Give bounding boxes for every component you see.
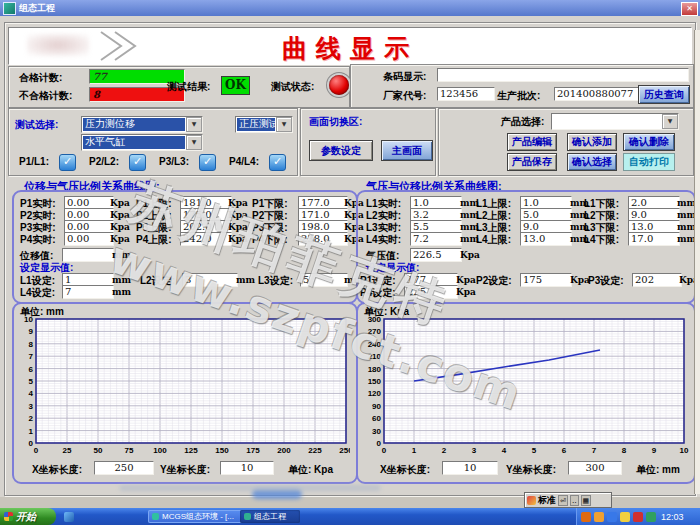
toolbar-button[interactable]: ⏎ (558, 495, 568, 506)
unit-label: Kpa (228, 198, 248, 208)
counters-group: 合格计数: 77 不合格计数: 8 测试结果: OK 测试状态: (8, 66, 350, 108)
product-save-button[interactable]: 产品保存 (507, 153, 557, 171)
auto-print-button[interactable]: 自动打印 (623, 153, 675, 171)
main-screen-button[interactable]: 主画面 (381, 140, 433, 161)
taskbar-task-mcgs[interactable]: MCGS组态环境 - [... (148, 510, 244, 523)
confirm-select-button[interactable]: 确认选择 (567, 153, 617, 171)
product-dropdown[interactable]: ▼ (551, 113, 679, 130)
value-field[interactable]: 0.00 (64, 232, 114, 246)
svg-text:4: 4 (29, 389, 34, 398)
set-field[interactable]: 202 (632, 273, 682, 287)
displacement-field[interactable] (62, 248, 114, 262)
chevron-down-icon[interactable]: ▼ (276, 117, 292, 132)
barcode-label: 条码显示: (383, 70, 426, 84)
chevron-down-icon[interactable]: ▼ (186, 135, 202, 150)
svg-text:150: 150 (215, 446, 229, 455)
unit-label: mm (112, 287, 131, 297)
vendor-code-field[interactable]: 123456 (437, 87, 495, 101)
cylinder-dropdown[interactable]: 水平气缸 ▼ (81, 134, 203, 151)
value-field[interactable]: 17.0 (628, 232, 680, 246)
value-field[interactable]: 13.0 (520, 232, 572, 246)
quick-launch-icon[interactable] (64, 512, 74, 522)
displacement-pressure-chart: 0255075100125150175200225250012345678910 (16, 317, 350, 463)
pressure-value-field[interactable]: 226.5 (410, 248, 462, 262)
svg-text:120: 120 (368, 389, 382, 398)
chevron-down-icon[interactable]: ▼ (662, 114, 678, 129)
checkbox-p2l2[interactable]: ✓ (129, 154, 146, 171)
svg-text:7: 7 (29, 352, 34, 361)
desktop-artifact (120, 485, 380, 491)
ylen-field[interactable]: 300 (568, 461, 622, 475)
confirm-delete-button[interactable]: 确认删除 (623, 133, 675, 151)
pressure-mode-value: 正压测试 (237, 118, 275, 131)
set-field[interactable]: 175 (520, 273, 572, 287)
xlen-label: X坐标长度: (32, 463, 82, 477)
svg-text:200: 200 (277, 446, 291, 455)
mcgs-icon (152, 513, 159, 520)
check-label-p4l4: P4/L4: (229, 156, 259, 167)
tray-icon-3[interactable] (607, 512, 617, 522)
value-field[interactable]: 238.0 (298, 232, 348, 246)
value-field[interactable]: 7.2 (410, 232, 462, 246)
unit-label: Kpa (110, 222, 130, 232)
param-setting-button[interactable]: 参数设定 (309, 140, 373, 161)
product-edit-button[interactable]: 产品编辑 (507, 133, 557, 151)
toolbar-button[interactable]: ▦ (581, 495, 592, 506)
right-chart-panel: 单位: Kpa 01234567891003060901201501802102… (356, 302, 696, 484)
set-field[interactable]: 225 (404, 285, 458, 299)
field-label: P4下限: (252, 233, 288, 247)
checkbox-p1l1[interactable]: ✓ (59, 154, 76, 171)
tray-icon-4[interactable] (620, 512, 630, 522)
tray-icon-1[interactable] (581, 512, 591, 522)
check-label-p1l1: P1/L1: (19, 156, 49, 167)
close-icon: ✕ (686, 4, 693, 13)
toolbar-button[interactable]: ‥ (570, 495, 579, 506)
screen-switch-group: 画面切换区: 参数设定 主画面 (300, 108, 436, 176)
app-icon (3, 2, 16, 15)
fail-count-label: 不合格计数: (19, 89, 72, 103)
checkbox-p3l3[interactable]: ✓ (199, 154, 216, 171)
history-query-button[interactable]: 历史查询 (638, 85, 690, 104)
set-field[interactable]: 5 (300, 273, 348, 287)
check-label-p3l3: P3/L3: (159, 156, 189, 167)
tray-icon-6[interactable] (646, 512, 656, 522)
value-field[interactable]: 242.0 (180, 232, 232, 246)
set-field[interactable]: 7 (62, 285, 114, 299)
system-tray: 12:03 (576, 508, 700, 525)
vendor-code-label: 厂家代号: (383, 89, 426, 103)
ylen-field[interactable]: 10 (220, 461, 274, 475)
project-icon (244, 513, 251, 520)
batch-field[interactable]: 201400880077 (554, 87, 640, 101)
pass-count-label: 合格计数: (19, 71, 62, 85)
svg-text:0: 0 (34, 446, 39, 455)
svg-text:180: 180 (368, 365, 382, 374)
set-label: P4设定: (360, 286, 396, 300)
xlen-field[interactable]: 10 (442, 461, 498, 475)
unit-label: Kpa (456, 287, 476, 297)
set-label: L3设定: (258, 274, 293, 288)
test-type-dropdown[interactable]: 压力测位移 ▼ (81, 116, 203, 133)
confirm-add-button[interactable]: 确认添加 (567, 133, 617, 151)
unit-label: Kpa (228, 222, 248, 232)
toolbar-icon (527, 496, 536, 505)
product-select-label: 产品选择: (501, 115, 544, 129)
svg-text:50: 50 (94, 446, 103, 455)
svg-text:60: 60 (372, 414, 381, 423)
header-band: 曲线显示 (8, 27, 692, 65)
pressure-mode-dropdown[interactable]: 正压测试 ▼ (235, 116, 293, 133)
tray-icon-5[interactable] (633, 512, 643, 522)
unit-label: Kpa (570, 275, 590, 285)
tray-icon-2[interactable] (594, 512, 604, 522)
close-button[interactable]: ✕ (681, 2, 698, 16)
clock[interactable]: 12:03 (661, 512, 684, 522)
svg-text:8: 8 (29, 340, 34, 349)
chevron-down-icon[interactable]: ▼ (186, 117, 202, 132)
xlen-field[interactable]: 250 (94, 461, 154, 475)
barcode-field[interactable] (437, 68, 689, 82)
taskbar-task-project[interactable]: 组态工程 (240, 510, 300, 523)
cylinder-value: 水平气缸 (83, 136, 185, 149)
left-chart-panel: 单位: mm 025507510012515017520022525001234… (12, 302, 358, 484)
start-button[interactable]: 开始 (0, 508, 56, 525)
set-field[interactable]: 3 (182, 273, 238, 287)
checkbox-p4l4[interactable]: ✓ (269, 154, 286, 171)
